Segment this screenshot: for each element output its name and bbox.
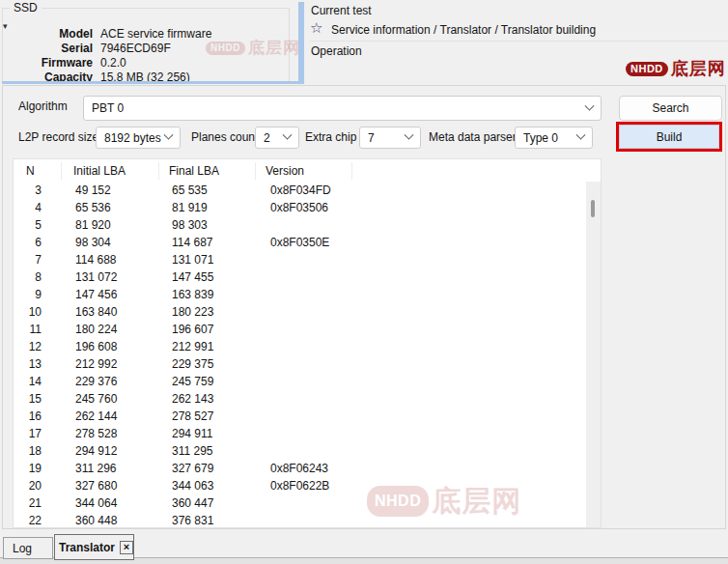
table-row[interactable]: 10 163 840 180 223	[14, 303, 585, 321]
table-row[interactable]: 14 229 376 245 759	[14, 373, 585, 390]
cell-initial-lba: 311 296	[62, 460, 159, 477]
column-header-n[interactable]: N	[14, 162, 62, 180]
table-row[interactable]: 9 147 456 163 839	[14, 286, 585, 303]
cell-version: 0x8F0622B	[256, 477, 329, 494]
cell-version: 0x8F0350E	[256, 234, 329, 251]
operation-label: Operation	[311, 44, 362, 58]
table-header: N Initial LBA Final LBA Version	[14, 159, 601, 182]
chevron-down-icon	[585, 100, 595, 110]
cell-final-lba: 65 535	[159, 182, 256, 199]
cell-n: 14	[14, 373, 62, 390]
table-row[interactable]: 15 245 760 262 143	[14, 390, 585, 408]
extra-chip-label: Extra chip	[305, 130, 356, 144]
cell-final-lba: 131 071	[159, 251, 256, 268]
cell-n: 21	[14, 494, 62, 512]
separator-line	[309, 41, 728, 42]
current-test-path: Service information / Translator / Trans…	[331, 23, 596, 37]
table-row[interactable]: 7 114 688 131 071	[14, 251, 585, 268]
meta-data-parser-label: Meta data parser	[429, 130, 517, 144]
cell-version: 0x8F03506	[256, 199, 328, 216]
brand-site-name: 底层网	[671, 60, 726, 77]
l2p-record-size-label: L2P record size	[18, 130, 98, 144]
cell-initial-lba: 180 224	[62, 321, 159, 338]
close-icon[interactable]: ×	[120, 541, 133, 554]
watermark-site-name: 底层网	[432, 487, 521, 516]
cell-initial-lba: 327 680	[62, 477, 159, 494]
search-button[interactable]: Search	[619, 96, 722, 121]
translator-table: N Initial LBA Final LBA Version 3 49 152…	[13, 158, 602, 528]
table-row[interactable]: 4 65 536 81 919 0x8F03506	[14, 199, 585, 216]
cell-initial-lba: 98 304	[62, 234, 159, 251]
cell-initial-lba: 262 144	[62, 408, 159, 425]
ssd-groupbox: NHDD 底层网 Model ACE service firmware Seri…	[2, 8, 290, 82]
field-label: Serial	[3, 42, 93, 56]
cell-initial-lba: 147 456	[62, 286, 159, 303]
algorithm-select[interactable]: PBT 0	[83, 96, 602, 121]
chevron-down-icon	[576, 130, 586, 140]
cell-n: 6	[14, 234, 62, 251]
column-header-final-lba[interactable]: Final LBA	[159, 162, 256, 180]
algorithm-label: Algorithm	[18, 99, 68, 113]
build-button-highlight: Build	[616, 122, 722, 152]
cell-final-lba: 245 759	[159, 373, 256, 390]
cell-final-lba: 81 919	[159, 199, 256, 216]
cell-final-lba: 294 911	[159, 425, 256, 442]
scrollbar-track[interactable]	[586, 182, 601, 527]
cell-version	[256, 512, 270, 528]
cell-final-lba: 262 143	[159, 390, 256, 408]
cell-n: 16	[14, 408, 62, 425]
l2p-record-size-select[interactable]: 8192 bytes	[96, 127, 181, 149]
table-row[interactable]: 13 212 992 229 375	[14, 355, 585, 373]
field-value: 0.2.0	[100, 56, 126, 70]
field-label: Model	[3, 27, 93, 42]
build-button[interactable]: Build	[619, 125, 719, 149]
star-icon[interactable]: ☆	[310, 19, 322, 37]
table-row[interactable]: 17 278 528 294 911	[14, 425, 585, 442]
cell-final-lba: 114 687	[159, 234, 256, 251]
splitter-vertical[interactable]	[298, 2, 304, 83]
cell-n: 12	[14, 338, 62, 355]
tab-log[interactable]: Log	[3, 537, 53, 559]
cell-n: 4	[14, 199, 62, 216]
cell-version	[256, 286, 270, 303]
table-row[interactable]: 11 180 224 196 607	[14, 321, 585, 338]
table-row[interactable]: 12 196 608 212 991	[14, 338, 585, 355]
meta-data-parser-select[interactable]: Type 0	[515, 127, 593, 149]
table-row[interactable]: 3 49 152 65 535 0x8F034FD	[14, 182, 585, 199]
cell-n: 13	[14, 355, 62, 373]
table-row[interactable]: 18 294 912 311 295	[14, 442, 585, 460]
table-row[interactable]: 8 131 072 147 455	[14, 268, 585, 286]
cell-version	[256, 408, 270, 425]
tab-translator[interactable]: Translator ×	[54, 534, 134, 560]
cell-version	[256, 303, 270, 321]
cell-final-lba: 360 447	[159, 494, 256, 512]
splitter-horizontal[interactable]	[2, 81, 304, 84]
ssd-field-serial: Serial 7946ECD69F	[3, 42, 289, 56]
app-window: NHDD 底层网 Model ACE service firmware Seri…	[0, 0, 728, 564]
cell-final-lba: 196 607	[159, 321, 256, 338]
planes-count-select[interactable]: 2	[255, 127, 299, 149]
field-value: 7946ECD69F	[100, 42, 171, 56]
expander-arrow-icon[interactable]: ▾	[3, 21, 8, 31]
cell-final-lba: 98 303	[159, 216, 256, 234]
cell-version	[256, 216, 270, 234]
cell-n: 19	[14, 460, 62, 477]
ssd-field-model: Model ACE service firmware	[3, 27, 289, 42]
l2p-record-size-value: 8192 bytes	[104, 131, 165, 145]
cell-version	[256, 251, 270, 268]
column-header-version[interactable]: Version	[256, 162, 352, 180]
cell-version	[256, 321, 270, 338]
table-row[interactable]: 19 311 296 327 679 0x8F06243	[14, 460, 585, 477]
column-header-initial-lba[interactable]: Initial LBA	[62, 162, 159, 180]
cell-version	[256, 268, 270, 286]
table-row[interactable]: 5 81 920 98 303	[14, 216, 585, 234]
scrollbar-thumb[interactable]	[591, 200, 595, 217]
extra-chip-select[interactable]: 7	[359, 127, 421, 149]
cell-final-lba: 327 679	[159, 460, 256, 477]
chevron-down-icon	[405, 130, 414, 140]
cell-final-lba: 163 839	[159, 286, 256, 303]
chevron-down-icon	[164, 130, 174, 140]
table-row[interactable]: 6 98 304 114 687 0x8F0350E	[14, 234, 585, 251]
cell-final-lba: 278 527	[159, 408, 256, 425]
table-row[interactable]: 16 262 144 278 527	[14, 408, 585, 425]
